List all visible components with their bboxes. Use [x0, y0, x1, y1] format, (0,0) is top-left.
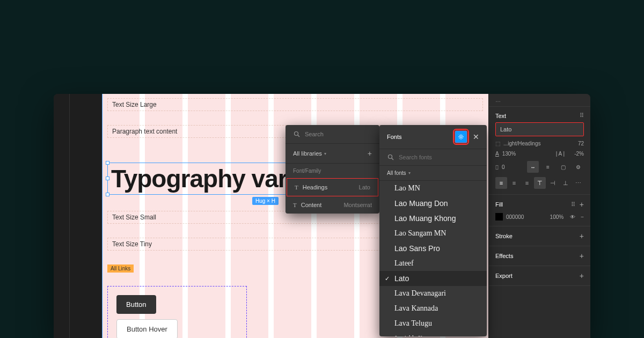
font-item-selected[interactable]: ✓Lato [379, 271, 487, 286]
stroke-label: Stroke [495, 233, 513, 239]
align-right-icon[interactable]: ≡ [521, 177, 533, 189]
effects-label: Effects [495, 253, 513, 259]
font-item[interactable]: Lateef [379, 256, 487, 271]
font-item[interactable]: Lava Kannada [379, 301, 487, 316]
family-content[interactable]: T Content Montserrat [286, 196, 379, 214]
svg-point-3 [389, 155, 392, 159]
align-left-icon[interactable]: ≡ [495, 177, 507, 189]
libraries-row[interactable]: All libraries ▾ + [286, 144, 379, 164]
letter-spacing-label: | A | [556, 151, 565, 157]
text-options-icon[interactable]: ⠿ [580, 112, 584, 119]
align-center-icon[interactable]: ≡ [508, 177, 520, 189]
chevron-down-icon: ▾ [324, 151, 326, 156]
export-label: Export [495, 273, 513, 279]
font-item[interactable]: Lao MN [379, 181, 487, 196]
font-settings-button[interactable] [455, 130, 467, 143]
fonts-popup[interactable]: Fonts ✕ All fonts ▾ Lao MN Lao Muang Don… [379, 125, 487, 336]
selection-handle[interactable] [106, 161, 109, 165]
add-fill-button[interactable]: + [580, 200, 584, 209]
more-options-icon[interactable]: ⋯ [573, 177, 584, 189]
text-icon: T [293, 202, 297, 208]
app-window: Text Size Large Paragraph text content T… [54, 94, 590, 338]
letter-spacing-input[interactable]: -2% [568, 151, 584, 157]
type-settings-icon[interactable]: ⚙ [572, 161, 584, 173]
text-icon: T [295, 184, 298, 190]
variable-icon: ⬚ [495, 141, 500, 146]
chevron-down-icon: ▾ [408, 171, 411, 175]
svg-line-1 [298, 135, 299, 137]
fixed-size-icon[interactable]: ▢ [557, 161, 569, 173]
weight-row[interactable]: ⬚ ...ight/Headings 72 [495, 141, 584, 146]
ruler-vertical [102, 94, 103, 338]
line-height-icon: A [495, 151, 499, 157]
fill-label: Fill [495, 201, 503, 208]
font-item[interactable]: Lava Devanagari [379, 286, 487, 301]
fonts-header: Fonts ✕ [379, 125, 487, 149]
font-item[interactable]: Lao Sangam MN [379, 226, 487, 241]
selection-handle[interactable] [106, 193, 109, 196]
heading-selected[interactable]: Typography var [107, 163, 291, 195]
left-gutter [54, 94, 70, 338]
text-large[interactable]: Text Size Large [107, 98, 483, 111]
align-row: ≡ ≡ ≡ ⊤ ⊣ ⊥ ⋯ [495, 177, 584, 189]
selection-handle[interactable] [106, 177, 109, 180]
links-label[interactable]: All Links [107, 264, 134, 273]
fonts-filter[interactable]: All fonts ▾ [379, 166, 487, 181]
close-button[interactable]: ✕ [473, 133, 479, 141]
resize-badge: Hug × H [252, 197, 279, 205]
svg-line-4 [392, 158, 393, 160]
fill-row[interactable]: 000000 100% 👁 − [495, 213, 584, 221]
auto-width-icon[interactable]: ↔ [527, 161, 539, 173]
add-library-button[interactable]: + [368, 149, 372, 158]
font-item[interactable]: Lao Muang Khong [379, 211, 487, 226]
button-hover[interactable]: Button Hover [116, 319, 178, 338]
paragraph-spacing-input[interactable]: 0 [502, 164, 524, 170]
align-bottom-icon[interactable]: ⊥ [560, 177, 572, 189]
fonts-search-input[interactable] [399, 154, 479, 160]
stroke-section: Stroke + [489, 226, 590, 246]
fonts-search-row[interactable] [379, 149, 487, 166]
line-height-input[interactable]: 130% [502, 151, 553, 157]
font-item[interactable]: Lao Muang Don [379, 196, 487, 211]
search-placeholder: Search [305, 131, 324, 137]
section-label: Font/Family [286, 164, 379, 178]
search-row[interactable]: Search [286, 125, 379, 144]
text-section: Text ⠿ Lato ⬚ ...ight/Headings 72 A 130%… [489, 107, 590, 195]
font-item[interactable]: Lava Telugu [379, 316, 487, 331]
family-headings[interactable]: T Headings Lato [287, 178, 378, 196]
button-primary[interactable]: Button [116, 295, 156, 314]
fill-swatch[interactable] [495, 213, 503, 221]
search-icon [387, 153, 394, 161]
spacing-row: A 130% | A | -2% [495, 151, 584, 157]
fonts-title: Fonts [387, 134, 402, 140]
add-export-button[interactable]: + [580, 271, 584, 280]
svg-point-2 [460, 136, 462, 138]
export-section: Export + [489, 266, 590, 286]
font-item[interactable]: Lavishly Yours [379, 331, 487, 336]
properties-panel: … Text ⠿ Lato ⬚ ...ight/Headings 72 A 13… [488, 94, 590, 338]
align-middle-icon[interactable]: ⊣ [547, 177, 559, 189]
paragraph-row: ⌷ 0 ↔ ≡ ▢ ⚙ [495, 161, 584, 173]
fill-styles-icon[interactable]: ⠿ [571, 201, 575, 208]
passthrough-row: … [489, 94, 590, 107]
font-item[interactable]: Lao Sans Pro [379, 241, 487, 256]
align-top-icon[interactable]: ⊤ [534, 177, 546, 189]
add-effect-button[interactable]: + [580, 252, 584, 260]
variables-popup[interactable]: Search All libraries ▾ + Font/Family T H… [286, 125, 379, 214]
paragraph-spacing-icon: ⌷ [495, 164, 499, 170]
effects-section: Effects + [489, 246, 590, 266]
svg-point-0 [295, 132, 298, 136]
ruler-side [70, 94, 102, 338]
search-icon [293, 130, 301, 138]
text-label: Text [495, 113, 506, 119]
buttons-frame[interactable]: Button Button Hover [107, 286, 247, 338]
auto-height-icon[interactable]: ≡ [542, 161, 554, 173]
libraries-label: All libraries [293, 150, 322, 157]
add-stroke-button[interactable]: + [580, 232, 584, 240]
remove-fill-icon[interactable]: − [581, 214, 584, 220]
check-icon: ✓ [385, 275, 390, 282]
visibility-icon[interactable]: 👁 [570, 214, 575, 220]
fonts-list[interactable]: Lao MN Lao Muang Don Lao Muang Khong Lao… [379, 181, 487, 336]
font-family-field[interactable]: Lato [495, 122, 584, 136]
fill-section: Fill ⠿ + 000000 100% 👁 − [489, 195, 590, 226]
